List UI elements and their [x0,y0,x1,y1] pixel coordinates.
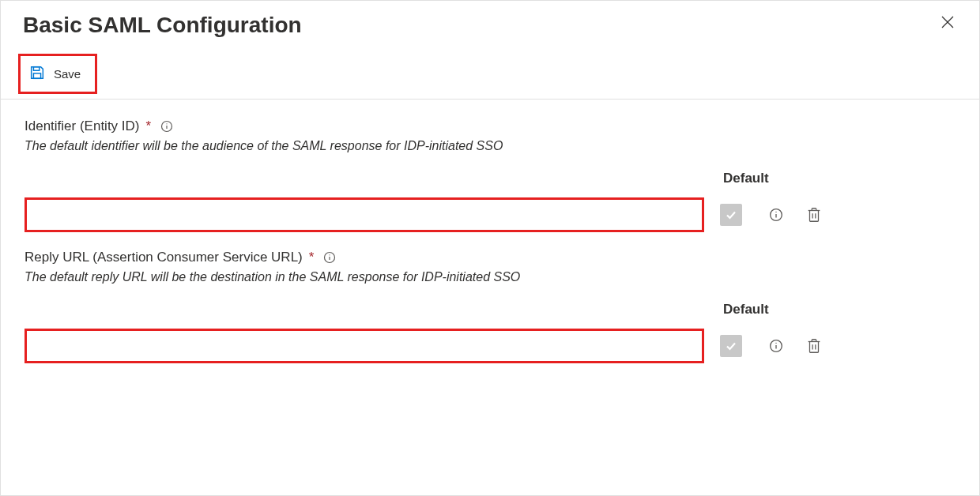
reply-url-description: The default reply URL will be the destin… [24,270,956,284]
save-button[interactable]: Save [18,54,97,94]
info-icon [160,120,173,133]
save-icon [28,64,46,84]
identifier-input[interactable] [24,197,704,232]
checkmark-icon [725,340,737,352]
reply-url-default-checkbox[interactable] [720,335,742,357]
reply-url-input[interactable] [24,329,704,363]
identifier-default-checkbox[interactable] [720,204,742,226]
svg-point-9 [775,212,776,212]
identifier-default-header: Default [720,171,956,186]
required-indicator: * [309,250,315,265]
reply-url-label: Reply URL (Assertion Consumer Service UR… [24,250,303,265]
identifier-delete-button[interactable] [805,206,823,224]
trash-icon [805,206,823,224]
reply-url-default-info-button[interactable] [769,339,783,353]
svg-point-17 [775,343,776,344]
identifier-info-button[interactable] [160,120,173,133]
info-icon [769,339,783,353]
reply-url-section: Reply URL (Assertion Consumer Service UR… [24,250,956,363]
svg-point-6 [167,123,168,124]
reply-url-info-button[interactable] [323,251,336,264]
reply-url-default-header: Default [720,302,956,318]
identifier-description: The default identifier will be the audie… [24,139,956,153]
svg-rect-2 [33,67,39,71]
save-button-label: Save [54,67,81,81]
close-icon [940,14,956,30]
reply-url-delete-button[interactable] [805,337,823,355]
identifier-label: Identifier (Entity ID) [24,118,140,134]
required-indicator: * [146,118,152,134]
close-button[interactable] [938,13,957,32]
identifier-section: Identifier (Entity ID) * The default ide… [24,118,956,232]
info-icon [323,251,336,264]
panel-title: Basic SAML Configuration [23,13,302,38]
identifier-default-info-button[interactable] [769,208,783,222]
trash-icon [805,337,823,355]
info-icon [769,208,783,222]
svg-rect-3 [33,73,40,78]
checkmark-icon [725,209,737,221]
svg-point-14 [330,254,330,255]
